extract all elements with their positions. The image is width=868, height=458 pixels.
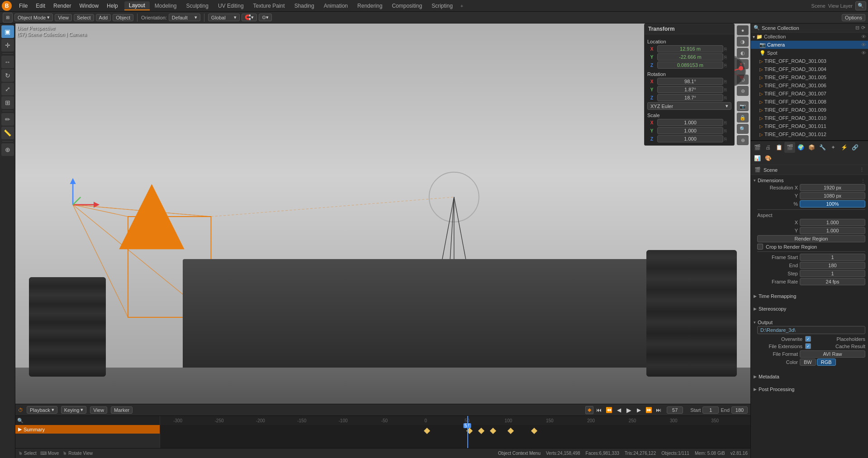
play-button[interactable]: ▶ [624, 406, 633, 414]
tab-rendering[interactable]: Rendering [353, 2, 387, 10]
output-path-input[interactable]: D:\Rendare_3d\ [757, 326, 865, 334]
rotation-x-value[interactable]: 98.1° [657, 78, 723, 85]
collection-visibility[interactable]: 👁 [861, 34, 866, 39]
location-z-value[interactable]: 0.089153 m [657, 61, 723, 69]
keyframe-5[interactable] [508, 428, 514, 434]
dimensions-options[interactable]: ⋮ [861, 178, 865, 183]
copy-location-x[interactable]: ⎘ [724, 47, 731, 52]
prop-world-icon[interactable]: 🌍 [795, 142, 806, 153]
step-value[interactable]: 1 [800, 270, 865, 277]
tool-cursor[interactable]: ✛ [1, 39, 14, 52]
outliner-item-collection[interactable]: ▾ 📁 Collection 👁 [751, 33, 868, 41]
camera-visibility[interactable]: 👁 [861, 42, 866, 47]
current-frame-input[interactable]: 57 [667, 406, 683, 414]
rotation-y-value[interactable]: 1.87° [657, 86, 723, 93]
menu-render[interactable]: Render [50, 2, 75, 10]
aspect-y-value[interactable]: 1.000 [800, 227, 865, 234]
tab-modeling[interactable]: Modeling [150, 2, 181, 10]
render-region-button[interactable]: Render Region [757, 235, 865, 242]
tool-scale[interactable]: ⤢ [1, 83, 14, 95]
copy-rotation-y[interactable]: ⎘ [724, 87, 731, 92]
outliner-item-tire-005[interactable]: ▷ TIRE_OFF_ROAD_301.005 [751, 73, 868, 81]
viewport-shading-solid[interactable]: ● [737, 25, 749, 35]
metadata-header[interactable]: ▶ Metadata [754, 373, 865, 380]
next-frame[interactable]: ▶ [634, 406, 643, 414]
dimensions-header[interactable]: ▾ Dimensions ⋮ [754, 177, 865, 184]
snap-options[interactable]: 🧲▾ [242, 14, 257, 21]
outliner-item-tire-009[interactable]: ▷ TIRE_OFF_ROAD_301.009 [751, 106, 868, 114]
copy-scale-y[interactable]: ⎘ [724, 128, 731, 133]
3d-viewport[interactable]: User Perspective (57) Scene Collection |… [15, 24, 750, 404]
color-bw-button[interactable]: BW [800, 359, 816, 366]
frame-rate-value[interactable]: 24 fps [800, 278, 865, 285]
file-format-value[interactable]: AVI Raw [800, 350, 865, 358]
outliner-item-tire-010[interactable]: ▷ TIRE_OFF_ROAD_301.010 [751, 114, 868, 122]
outliner-item-camera[interactable]: 📷 Camera 👁 [751, 41, 868, 49]
tab-sculpting[interactable]: Sculpting [182, 2, 213, 10]
viewport-shading-material[interactable]: ◑ [737, 37, 749, 47]
stereoscopy-header[interactable]: ▶ Stereoscopy [754, 305, 865, 312]
prop-material-icon[interactable]: 🎨 [763, 153, 773, 164]
keying-button[interactable]: Keying▾ [61, 406, 87, 414]
scale-x-value[interactable]: 1.000 [657, 119, 723, 126]
tool-move[interactable]: ↔ [1, 56, 14, 68]
scale-y-value[interactable]: 1.000 [657, 127, 723, 134]
copy-rotation-z[interactable]: ⎘ [724, 95, 731, 100]
keyframe-indicator[interactable]: ◆ [585, 406, 593, 414]
next-keyframe[interactable]: ⏩ [644, 406, 653, 414]
tool-add-object[interactable]: ⊕ [1, 143, 14, 156]
outliner-item-tire-008[interactable]: ▷ TIRE_OFF_ROAD_301.008 [751, 98, 868, 106]
aspect-x-value[interactable]: 1.000 [800, 219, 865, 226]
scene-options[interactable]: ⋮ [859, 167, 864, 173]
outliner-item-tire-007[interactable]: ▷ TIRE_OFF_ROAD_301.007 [751, 90, 868, 98]
outliner-item-tire-006[interactable]: ▷ TIRE_OFF_ROAD_301.006 [751, 81, 868, 90]
tab-shading[interactable]: Shading [290, 2, 319, 10]
view-menu[interactable]: View [55, 14, 72, 21]
viewport-toggle[interactable]: ⊞ [3, 13, 13, 23]
playback-button[interactable]: Playback▾ [27, 406, 57, 414]
options-button[interactable]: Options [842, 14, 865, 21]
res-x-value[interactable]: 1920 px [800, 184, 865, 191]
copy-location-z[interactable]: ⎘ [724, 63, 731, 68]
orientation-dropdown[interactable]: Default▾ [169, 14, 200, 21]
viewport-gizmos-button[interactable]: ⊛ [737, 86, 749, 96]
percent-value[interactable]: 100% [800, 200, 865, 208]
prev-frame[interactable]: ◀ [614, 406, 623, 414]
view-button[interactable]: View [90, 406, 107, 414]
overwrite-checkbox[interactable] [805, 336, 811, 342]
viewport-lock-button[interactable]: 🔒 [737, 113, 749, 123]
prop-particles-icon[interactable]: ✦ [828, 142, 839, 153]
prop-output-icon[interactable]: 🖨 [763, 142, 773, 153]
scale-z-value[interactable]: 1.000 [657, 135, 723, 142]
crop-render-checkbox[interactable] [757, 244, 763, 250]
copy-scale-z[interactable]: ⎘ [724, 137, 731, 142]
copy-rotation-x[interactable]: ⎘ [724, 79, 731, 84]
outliner-sync[interactable]: ⟳ [861, 25, 865, 31]
summary-bar[interactable]: ▶ Summary [15, 425, 160, 434]
jump-to-end[interactable]: ⏭ [654, 406, 663, 414]
prop-physics-icon[interactable]: ⚡ [839, 142, 849, 153]
tool-measure[interactable]: 📏 [1, 127, 14, 139]
prop-render-icon[interactable]: 🎬 [752, 142, 763, 153]
menu-edit[interactable]: Edit [32, 2, 49, 10]
add-workspace-button[interactable]: + [458, 2, 466, 9]
copy-scale-x[interactable]: ⎘ [724, 120, 731, 125]
euler-dropdown[interactable]: XYZ Euler▾ [647, 102, 731, 110]
prop-modifier-icon[interactable]: 🔧 [817, 142, 828, 153]
frame-end-value[interactable]: 180 [800, 262, 865, 269]
res-y-value[interactable]: 1080 px [800, 192, 865, 199]
keyframe-4[interactable] [490, 428, 496, 434]
tab-scripting[interactable]: Scripting [427, 2, 457, 10]
object-mode-dropdown[interactable]: Object Mode▾ [14, 14, 53, 21]
prop-object-icon[interactable]: 📦 [806, 142, 817, 153]
tab-texture-paint[interactable]: Texture Paint [249, 2, 289, 10]
prop-view-layer-icon[interactable]: 📋 [773, 142, 784, 153]
color-rgb-button[interactable]: RGB [817, 359, 836, 366]
marker-button[interactable]: Marker [111, 406, 133, 414]
viewport-search-button[interactable]: 🔍 [737, 124, 749, 134]
post-processing-header[interactable]: ▶ Post Processing [754, 386, 865, 393]
outliner-item-tire-012[interactable]: ▷ TIRE_OFF_ROAD_301.012 [751, 130, 868, 138]
prop-constraints-icon[interactable]: 🔗 [849, 142, 860, 153]
outliner-item-tire-004[interactable]: ▷ TIRE_OFF_ROAD_301.004 [751, 65, 868, 73]
time-remapping-header[interactable]: ▶ Time Remapping [754, 293, 865, 300]
